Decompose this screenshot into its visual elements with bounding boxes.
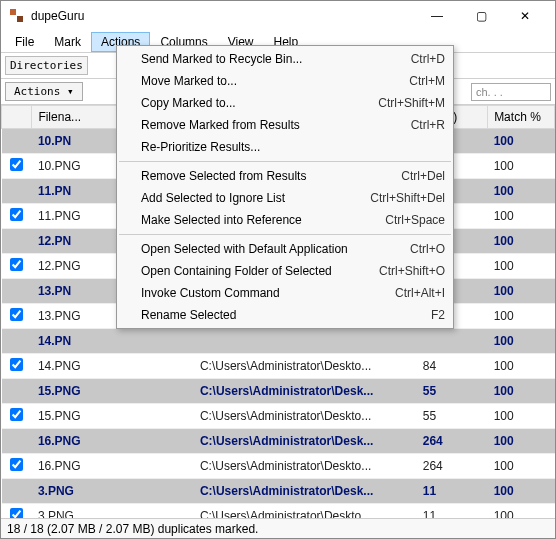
table-row[interactable]: 15.PNGC:\Users\Administrator\Deskto...55… bbox=[2, 404, 555, 429]
row-checkbox[interactable] bbox=[10, 358, 23, 371]
cell-folder: C:\Users\Administrator\Deskto... bbox=[194, 504, 417, 519]
menu-item[interactable]: Copy Marked to...Ctrl+Shift+M bbox=[117, 92, 453, 114]
menu-item-label: Copy Marked to... bbox=[141, 96, 366, 110]
cell-folder: C:\Users\Administrator\Deskto... bbox=[194, 354, 417, 379]
cell-match: 100 bbox=[488, 429, 555, 454]
menu-item-label: Move Marked to... bbox=[141, 74, 397, 88]
cell-filename: 16.PNG bbox=[32, 429, 194, 454]
menu-file[interactable]: File bbox=[5, 32, 44, 52]
cell-match: 100 bbox=[488, 479, 555, 504]
menu-item[interactable]: Move Marked to...Ctrl+M bbox=[117, 70, 453, 92]
cell-match: 100 bbox=[488, 454, 555, 479]
app-icon bbox=[9, 8, 25, 24]
cell-match: 100 bbox=[488, 329, 555, 354]
cell-match: 100 bbox=[488, 504, 555, 519]
cell-size: 55 bbox=[417, 379, 488, 404]
menu-item-shortcut: Ctrl+Shift+Del bbox=[358, 191, 445, 205]
menu-item[interactable]: Remove Marked from ResultsCtrl+R bbox=[117, 114, 453, 136]
table-row[interactable]: 15.PNGC:\Users\Administrator\Desk...5510… bbox=[2, 379, 555, 404]
table-row[interactable]: 3.PNGC:\Users\Administrator\Desk...11100 bbox=[2, 479, 555, 504]
menu-item-label: Re-Prioritize Results... bbox=[141, 140, 433, 154]
menu-item-shortcut: Ctrl+Shift+M bbox=[366, 96, 445, 110]
menu-item[interactable]: Re-Prioritize Results... bbox=[117, 136, 453, 158]
titlebar: dupeGuru — ▢ ✕ bbox=[1, 1, 555, 31]
menu-item-shortcut: Ctrl+R bbox=[399, 118, 445, 132]
menu-item-shortcut: Ctrl+Shift+O bbox=[367, 264, 445, 278]
status-text: 18 / 18 (2.07 MB / 2.07 MB) duplicates m… bbox=[7, 522, 258, 536]
cell-filename: 15.PNG bbox=[32, 379, 194, 404]
row-checkbox[interactable] bbox=[10, 408, 23, 421]
cell-match: 100 bbox=[488, 229, 555, 254]
cell-match: 100 bbox=[488, 254, 555, 279]
menu-item[interactable]: Remove Selected from ResultsCtrl+Del bbox=[117, 165, 453, 187]
cell-size: 55 bbox=[417, 404, 488, 429]
row-checkbox[interactable] bbox=[10, 458, 23, 471]
table-row[interactable]: 16.PNGC:\Users\Administrator\Desk...2641… bbox=[2, 429, 555, 454]
row-checkbox[interactable] bbox=[10, 158, 23, 171]
menu-item-shortcut: Ctrl+O bbox=[398, 242, 445, 256]
minimize-button[interactable]: — bbox=[415, 1, 459, 31]
menu-item-label: Rename Selected bbox=[141, 308, 419, 322]
menu-item-shortcut: Ctrl+M bbox=[397, 74, 445, 88]
menu-item[interactable]: Invoke Custom CommandCtrl+Alt+I bbox=[117, 282, 453, 304]
menu-item-label: Remove Marked from Results bbox=[141, 118, 399, 132]
cell-match: 100 bbox=[488, 354, 555, 379]
menu-item[interactable]: Rename SelectedF2 bbox=[117, 304, 453, 326]
cell-match: 100 bbox=[488, 129, 555, 154]
cell-match: 100 bbox=[488, 204, 555, 229]
cell-folder: C:\Users\Administrator\Desk... bbox=[194, 479, 417, 504]
cell-filename: 3.PNG bbox=[32, 479, 194, 504]
menu-item-shortcut: Ctrl+Alt+I bbox=[383, 286, 445, 300]
row-checkbox[interactable] bbox=[10, 258, 23, 271]
cell-folder: C:\Users\Administrator\Desk... bbox=[194, 379, 417, 404]
cell-size: 11 bbox=[417, 479, 488, 504]
cell-filename: 15.PNG bbox=[32, 404, 194, 429]
cell-folder: C:\Users\Administrator\Desk... bbox=[194, 429, 417, 454]
search-input[interactable]: ch. . . bbox=[471, 83, 551, 101]
menu-item[interactable]: Open Selected with Default ApplicationCt… bbox=[117, 238, 453, 260]
cell-folder bbox=[194, 329, 417, 354]
menu-item[interactable]: Add Selected to Ignore ListCtrl+Shift+De… bbox=[117, 187, 453, 209]
cell-folder: C:\Users\Administrator\Deskto... bbox=[194, 454, 417, 479]
cell-folder: C:\Users\Administrator\Deskto... bbox=[194, 404, 417, 429]
actions-menu-dropdown: Send Marked to Recycle Bin...Ctrl+DMove … bbox=[116, 45, 454, 329]
cell-match: 100 bbox=[488, 279, 555, 304]
cell-size: 84 bbox=[417, 354, 488, 379]
cell-match: 100 bbox=[488, 304, 555, 329]
row-checkbox[interactable] bbox=[10, 208, 23, 221]
directories-button[interactable]: Directories bbox=[5, 56, 88, 75]
svg-rect-1 bbox=[17, 16, 23, 22]
menu-item-label: Add Selected to Ignore List bbox=[141, 191, 358, 205]
table-row[interactable]: 16.PNGC:\Users\Administrator\Deskto...26… bbox=[2, 454, 555, 479]
row-checkbox[interactable] bbox=[10, 508, 23, 518]
cell-filename: 14.PN bbox=[32, 329, 194, 354]
menu-item-shortcut: F2 bbox=[419, 308, 445, 322]
cell-match: 100 bbox=[488, 154, 555, 179]
cell-size: 264 bbox=[417, 429, 488, 454]
table-row[interactable]: 3.PNGC:\Users\Administrator\Deskto...111… bbox=[2, 504, 555, 519]
col-match[interactable]: Match % bbox=[488, 106, 555, 129]
table-row[interactable]: 14.PN100 bbox=[2, 329, 555, 354]
menu-item-shortcut: Ctrl+D bbox=[399, 52, 445, 66]
cell-size: 264 bbox=[417, 454, 488, 479]
cell-filename: 16.PNG bbox=[32, 454, 194, 479]
menu-item[interactable]: Make Selected into ReferenceCtrl+Space bbox=[117, 209, 453, 231]
table-row[interactable]: 14.PNGC:\Users\Administrator\Deskto...84… bbox=[2, 354, 555, 379]
menu-mark[interactable]: Mark bbox=[44, 32, 91, 52]
menu-item[interactable]: Open Containing Folder of SelectedCtrl+S… bbox=[117, 260, 453, 282]
col-checkbox[interactable] bbox=[2, 106, 32, 129]
menu-item[interactable]: Send Marked to Recycle Bin...Ctrl+D bbox=[117, 48, 453, 70]
row-checkbox[interactable] bbox=[10, 308, 23, 321]
menu-item-label: Open Selected with Default Application bbox=[141, 242, 398, 256]
cell-match: 100 bbox=[488, 404, 555, 429]
actions-dropdown-button[interactable]: Actions ▾ bbox=[5, 82, 83, 101]
menu-item-label: Remove Selected from Results bbox=[141, 169, 389, 183]
maximize-button[interactable]: ▢ bbox=[459, 1, 503, 31]
menu-item-shortcut: Ctrl+Space bbox=[373, 213, 445, 227]
menu-item-label: Make Selected into Reference bbox=[141, 213, 373, 227]
window-title: dupeGuru bbox=[31, 9, 84, 23]
status-bar: 18 / 18 (2.07 MB / 2.07 MB) duplicates m… bbox=[1, 518, 555, 538]
cell-filename: 14.PNG bbox=[32, 354, 194, 379]
svg-rect-0 bbox=[10, 9, 16, 15]
close-button[interactable]: ✕ bbox=[503, 1, 547, 31]
